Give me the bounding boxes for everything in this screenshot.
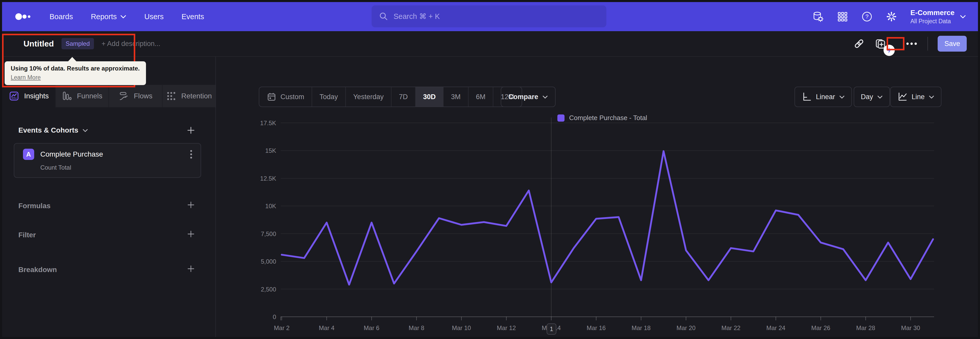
share-link-icon[interactable] bbox=[853, 38, 865, 49]
svg-text:Mar 6: Mar 6 bbox=[364, 325, 379, 331]
nav-item-reports[interactable]: Reports bbox=[91, 13, 127, 21]
svg-text:Mar 12: Mar 12 bbox=[497, 325, 516, 331]
toolbar-right: Save bbox=[853, 36, 978, 51]
annotation-marker-1[interactable]: 1 bbox=[547, 323, 556, 335]
mixpanel-logo[interactable] bbox=[15, 11, 32, 22]
add-formula-button[interactable] bbox=[186, 200, 196, 210]
svg-text:Mar 22: Mar 22 bbox=[721, 325, 741, 331]
range-yesterday[interactable]: Yesterday bbox=[346, 87, 391, 107]
scale-dropdown[interactable]: Linear bbox=[794, 86, 852, 107]
svg-text:Mar 2: Mar 2 bbox=[274, 325, 290, 331]
svg-text:7,500: 7,500 bbox=[261, 230, 276, 237]
range-30d[interactable]: 30D bbox=[416, 87, 444, 107]
learn-more-link[interactable]: Learn More bbox=[11, 74, 41, 81]
tab-label: Insights bbox=[24, 92, 49, 100]
tab-flows[interactable]: Flows bbox=[109, 85, 162, 107]
line-chart-icon bbox=[897, 92, 907, 102]
interval-label: Day bbox=[861, 93, 873, 101]
tab-label: Retention bbox=[181, 92, 212, 100]
event-letter-badge: A bbox=[23, 149, 34, 160]
help-icon[interactable]: ? bbox=[861, 11, 873, 22]
apps-grid-icon[interactable] bbox=[837, 11, 848, 22]
calendar-icon bbox=[267, 92, 277, 102]
chevron-down-icon bbox=[83, 128, 88, 132]
chevron-down-icon bbox=[877, 95, 883, 99]
event-kebab-menu-icon[interactable] bbox=[189, 149, 193, 160]
chart-type-dropdown[interactable]: Line bbox=[890, 86, 942, 107]
range-today[interactable]: Today bbox=[312, 87, 346, 107]
query-sidebar: Insights Funnels Flows Retention bbox=[2, 57, 216, 337]
search-input[interactable]: Search ⌘ + K bbox=[372, 5, 606, 27]
nav-left: Boards Reports Users Events bbox=[2, 11, 204, 22]
svg-text:10K: 10K bbox=[265, 203, 276, 209]
event-row: A Complete Purchase bbox=[14, 144, 200, 160]
svg-text:Mar 20: Mar 20 bbox=[676, 325, 696, 331]
chevron-down-icon bbox=[120, 14, 126, 19]
svg-text:2,500: 2,500 bbox=[261, 286, 276, 293]
svg-text:Mar 4: Mar 4 bbox=[319, 325, 334, 331]
save-button[interactable]: Save bbox=[938, 36, 967, 51]
data-management-icon[interactable] bbox=[812, 11, 824, 22]
report-type-tabs: Insights Funnels Flows Retention bbox=[2, 85, 215, 107]
scale-label: Linear bbox=[816, 93, 835, 101]
search-placeholder: Search ⌘ + K bbox=[393, 12, 440, 21]
nav-right: ? E-Commerce All Project Data bbox=[812, 9, 978, 25]
chevron-down-icon bbox=[839, 95, 845, 99]
range-6m[interactable]: 6M bbox=[469, 87, 493, 107]
add-filter-button[interactable] bbox=[186, 229, 196, 239]
range-3m[interactable]: 3M bbox=[444, 87, 469, 107]
nav-item-label: Boards bbox=[49, 13, 73, 21]
nav-item-users[interactable]: Users bbox=[144, 13, 164, 21]
nav-item-events[interactable]: Events bbox=[181, 13, 204, 21]
tab-label: Flows bbox=[134, 92, 152, 100]
svg-text:0: 0 bbox=[273, 313, 276, 320]
range-label: Custom bbox=[280, 93, 304, 101]
project-switcher[interactable]: E-Commerce All Project Data bbox=[910, 9, 966, 25]
add-description-button[interactable]: + Add description... bbox=[102, 40, 160, 48]
chevron-down-icon bbox=[929, 95, 934, 99]
range-7d[interactable]: 7D bbox=[391, 87, 416, 107]
events-cohorts-heading[interactable]: Events & Cohorts bbox=[18, 126, 88, 134]
chart-type-label: Line bbox=[912, 93, 924, 101]
sampled-badge[interactable]: Sampled bbox=[62, 38, 94, 49]
svg-text:Mar 8: Mar 8 bbox=[409, 325, 424, 331]
funnels-icon bbox=[62, 91, 72, 101]
event-name[interactable]: Complete Purchase bbox=[40, 150, 183, 158]
chart-legend[interactable]: Complete Purchase - Total bbox=[557, 114, 647, 122]
tooltip-text: Using 10% of data. Results are approxima… bbox=[11, 65, 140, 72]
add-breakdown-button[interactable] bbox=[186, 264, 196, 274]
svg-text:12.5K: 12.5K bbox=[260, 175, 276, 182]
app-window: Boards Reports Users Events Search ⌘ + K… bbox=[0, 0, 980, 339]
range-custom[interactable]: Custom bbox=[259, 87, 312, 107]
event-card[interactable]: A Complete Purchase Count Total bbox=[14, 143, 201, 178]
tab-insights[interactable]: Insights bbox=[2, 85, 56, 107]
sampling-tooltip: Using 10% of data. Results are approxima… bbox=[5, 61, 146, 85]
interval-dropdown[interactable]: Day bbox=[854, 86, 890, 107]
insights-icon bbox=[8, 90, 20, 102]
svg-text:15K: 15K bbox=[265, 147, 276, 154]
top-nav: Boards Reports Users Events Search ⌘ + K… bbox=[2, 2, 978, 31]
section-breakdown: Breakdown bbox=[18, 266, 57, 274]
retention-icon bbox=[166, 91, 177, 101]
svg-text:Mar 28: Mar 28 bbox=[856, 325, 875, 331]
add-event-button[interactable] bbox=[186, 125, 196, 135]
toolbar-divider bbox=[928, 37, 928, 51]
tab-retention[interactable]: Retention bbox=[162, 85, 216, 107]
nav-item-label: Reports bbox=[91, 13, 117, 21]
compare-dropdown[interactable]: Compare bbox=[501, 86, 555, 107]
project-name: E-Commerce bbox=[910, 9, 955, 17]
flows-icon bbox=[118, 91, 129, 101]
svg-text:Mar 16: Mar 16 bbox=[587, 325, 606, 331]
nav-item-label: Users bbox=[144, 13, 164, 21]
event-metric[interactable]: Count Total bbox=[40, 164, 200, 171]
linear-scale-icon bbox=[802, 92, 812, 102]
nav-item-boards[interactable]: Boards bbox=[49, 13, 73, 21]
svg-text:Mar 18: Mar 18 bbox=[632, 325, 651, 331]
section-formulas: Formulas bbox=[18, 202, 51, 210]
settings-gear-icon[interactable] bbox=[886, 11, 897, 22]
more-menu-icon[interactable] bbox=[905, 42, 918, 46]
tab-funnels[interactable]: Funnels bbox=[56, 85, 109, 107]
legend-swatch bbox=[557, 114, 565, 122]
report-title[interactable]: Untitled bbox=[24, 39, 54, 48]
svg-text:Mar 10: Mar 10 bbox=[452, 325, 471, 331]
